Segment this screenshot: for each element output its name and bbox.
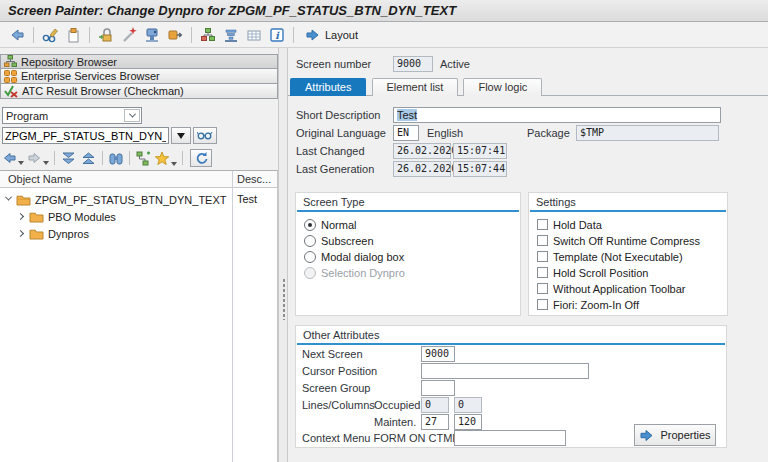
last-changed-time-field: 15:07:41 bbox=[453, 143, 507, 159]
tree-item-root[interactable]: ZPGM_PF_STATUS_BTN_DYN_TEXT bbox=[4, 191, 227, 208]
screen-group-label: Screen Group bbox=[302, 381, 370, 396]
nav-back-icon bbox=[2, 151, 17, 165]
select-arrow[interactable] bbox=[124, 109, 140, 122]
checkbox-icon[interactable] bbox=[537, 235, 548, 246]
cursor-position-field[interactable] bbox=[421, 363, 589, 379]
screen-number-field[interactable]: 9000 bbox=[393, 56, 433, 72]
short-description-value: Test bbox=[397, 109, 417, 121]
display-object-button[interactable] bbox=[193, 127, 217, 144]
tree-item-label: Dynpros bbox=[48, 228, 89, 240]
table-view-button[interactable] bbox=[245, 26, 263, 44]
tab-flow-logic[interactable]: Flow logic bbox=[463, 78, 542, 96]
enterprise-services-browser-button[interactable]: Enterprise Services Browser bbox=[0, 69, 278, 84]
checkbox-icon[interactable] bbox=[537, 299, 548, 310]
back-button[interactable] bbox=[8, 26, 26, 44]
checkbox-without-application-toolbar[interactable]: Without Application Toolbar bbox=[537, 282, 727, 295]
object-name-input[interactable] bbox=[2, 127, 169, 144]
generate-button[interactable] bbox=[143, 26, 161, 44]
layout-button[interactable]: Layout bbox=[301, 27, 362, 43]
mainten-columns-field[interactable]: 120 bbox=[454, 414, 482, 430]
hierarchy-button[interactable] bbox=[199, 26, 217, 44]
checkbox-label: Template (Not Executable) bbox=[553, 251, 683, 263]
hierarchy-icon bbox=[200, 27, 216, 43]
checkbox-template-not-executable[interactable]: Template (Not Executable) bbox=[537, 250, 727, 263]
object-name-row bbox=[2, 127, 217, 144]
copy-icon bbox=[65, 27, 81, 43]
pane-splitter[interactable] bbox=[278, 48, 288, 462]
sort-button[interactable] bbox=[222, 26, 240, 44]
checkbox-hold-data[interactable]: Hold Data bbox=[537, 218, 727, 231]
other-attributes-title: Other Attributes bbox=[303, 329, 719, 342]
occupied-columns-field: 0 bbox=[454, 397, 482, 413]
tree-column-divider[interactable] bbox=[232, 171, 233, 462]
toolbar-separator bbox=[102, 151, 103, 165]
toolbar-separator bbox=[33, 27, 34, 43]
package-field[interactable]: $TMP bbox=[576, 125, 719, 141]
folder-icon bbox=[16, 194, 31, 206]
checkbox-icon[interactable] bbox=[537, 267, 548, 278]
atc-result-browser-button[interactable]: ATC Result Browser (Checkman) bbox=[0, 84, 278, 99]
screen-group-field[interactable] bbox=[421, 380, 455, 396]
object-name-dropdown-button[interactable] bbox=[171, 127, 191, 144]
checkbox-label: Hold Data bbox=[553, 219, 602, 231]
nav-forward-button[interactable] bbox=[27, 151, 49, 165]
test-icon bbox=[121, 27, 137, 43]
checkbox-fiori-zoom-in-off[interactable]: Fiori: Zoom-In Off bbox=[537, 298, 727, 311]
expand-collapse-icon[interactable] bbox=[17, 213, 24, 220]
navigation-toolbar bbox=[2, 148, 212, 168]
generate-icon bbox=[144, 27, 160, 43]
refresh-button[interactable] bbox=[190, 149, 212, 167]
tab-element-list[interactable]: Element list bbox=[372, 78, 459, 96]
group-rule bbox=[297, 343, 725, 345]
next-screen-field[interactable]: 9000 bbox=[421, 346, 455, 362]
properties-button[interactable]: Properties bbox=[634, 424, 716, 446]
checkbox-switch-off-runtime-compress[interactable]: Switch Off Runtime Compress bbox=[537, 234, 727, 247]
activate-button[interactable] bbox=[97, 26, 115, 44]
nav-back-button[interactable] bbox=[2, 151, 24, 165]
repository-browser-label: Repository Browser bbox=[21, 56, 117, 68]
folder-icon bbox=[29, 228, 44, 240]
checkbox-hold-scroll-position[interactable]: Hold Scroll Position bbox=[537, 266, 727, 279]
display-change-button[interactable] bbox=[41, 26, 59, 44]
direct-processing-icon bbox=[167, 27, 183, 43]
test-button[interactable] bbox=[120, 26, 138, 44]
favorites-button[interactable] bbox=[154, 151, 177, 166]
checkbox-icon[interactable] bbox=[537, 283, 548, 294]
hierarchy-insert-button[interactable] bbox=[135, 151, 151, 166]
direct-processing-button[interactable] bbox=[166, 26, 184, 44]
copy-button[interactable] bbox=[64, 26, 82, 44]
radio-label: Subscreen bbox=[321, 235, 374, 247]
radio-icon[interactable] bbox=[304, 251, 316, 263]
original-language-label: Original Language bbox=[296, 126, 386, 141]
checkbox-icon[interactable] bbox=[537, 219, 548, 230]
radio-icon[interactable] bbox=[304, 219, 316, 231]
radio-normal[interactable]: Normal bbox=[304, 218, 520, 231]
application-toolbar: i Layout bbox=[0, 22, 768, 48]
original-language-name: English bbox=[427, 126, 463, 141]
tree-item-label: ZPGM_PF_STATUS_BTN_DYN_TEXT bbox=[35, 194, 227, 206]
object-type-value: Program bbox=[6, 110, 48, 122]
back-icon bbox=[9, 27, 25, 43]
original-language-field[interactable]: EN bbox=[393, 125, 419, 141]
tab-attributes[interactable]: Attributes bbox=[290, 78, 366, 96]
expand-collapse-icon[interactable] bbox=[5, 194, 12, 201]
checkbox-icon[interactable] bbox=[537, 251, 548, 262]
mainten-lines-field[interactable]: 27 bbox=[421, 414, 449, 430]
folder-icon bbox=[29, 211, 44, 223]
radio-subscreen[interactable]: Subscreen bbox=[304, 234, 520, 247]
object-type-select[interactable]: Program bbox=[2, 107, 142, 124]
expand-collapse-icon[interactable] bbox=[17, 230, 24, 237]
radio-label: Modal dialog box bbox=[321, 251, 404, 263]
radio-icon[interactable] bbox=[304, 235, 316, 247]
repository-browser-button[interactable]: Repository Browser bbox=[0, 54, 278, 69]
nav-back-menu-triangle bbox=[18, 161, 24, 165]
find-button[interactable] bbox=[108, 151, 124, 166]
tree-item-dynpros[interactable]: Dynpros bbox=[16, 225, 89, 242]
tree-item-pbo-modules[interactable]: PBO Modules bbox=[16, 208, 116, 225]
radio-modal-dialog-box[interactable]: Modal dialog box bbox=[304, 250, 520, 263]
context-menu-field[interactable] bbox=[454, 430, 566, 446]
info-button[interactable]: i bbox=[268, 26, 286, 44]
short-description-field[interactable]: Test bbox=[393, 107, 721, 123]
collapse-all-button[interactable] bbox=[60, 151, 77, 166]
expand-all-button[interactable] bbox=[80, 151, 97, 166]
